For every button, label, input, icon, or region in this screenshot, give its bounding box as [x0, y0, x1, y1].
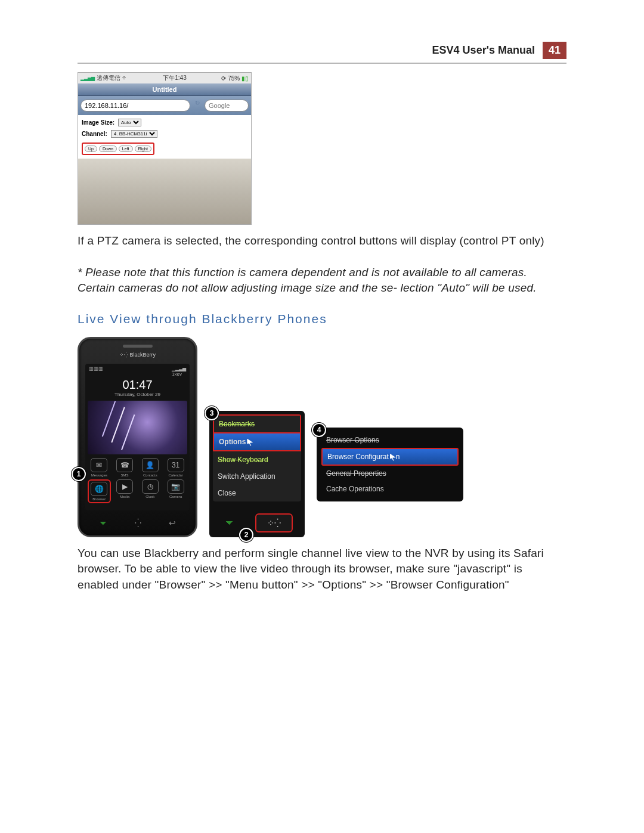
ptz-controls-highlight: Up Down Left Right: [82, 143, 154, 155]
bb-date: Thursday, October 29: [85, 392, 190, 397]
callout-1: 1: [72, 467, 86, 481]
menu-bookmarks[interactable]: Bookmarks: [213, 414, 301, 432]
paragraph-note: * Please note that this function is came…: [78, 265, 566, 296]
blackberry-menu-screenshot: 3 Bookmarks Options Show Keyboard Switch…: [209, 411, 305, 537]
app-camera[interactable]: 📷Camera: [164, 479, 187, 503]
cursor-icon: [247, 439, 253, 446]
menu-close[interactable]: Close: [213, 485, 301, 501]
header-divider: [78, 63, 566, 64]
menu-show-keyboard[interactable]: Show Keyboard: [213, 451, 301, 468]
calendar-icon: 31: [168, 458, 184, 472]
ptz-down-button[interactable]: Down: [99, 145, 117, 152]
camera-icon: 📷: [168, 479, 184, 494]
image-size-label: Image Size:: [82, 119, 114, 126]
channel-select[interactable]: 4. BB-HCM311i: [111, 130, 157, 138]
blackberry-options-screenshot: 4 Browser Options Browser Configuratn Ge…: [317, 428, 463, 501]
ptz-left-button[interactable]: Left: [119, 145, 133, 152]
bb-status-bar: ▥▥▥ ▁▂▃▅1xev: [85, 364, 190, 379]
bb-signal-icon: ▁▂▃▅1xev: [172, 366, 186, 377]
envelope-icon: ✉: [91, 458, 107, 472]
document-page: ESV4 User's Manual 41 ▂▃▅▆ 遠傳電信 ᯤ 下午1:43…: [78, 0, 566, 721]
iphone-screenshot: ▂▃▅▆ 遠傳電信 ᯤ 下午1:43 ⟳ 75% ▮▯ Untitled ↻ I…: [78, 72, 252, 225]
earpiece-icon: [123, 345, 153, 348]
clock-label: 下午1:43: [163, 74, 186, 82]
opt-cache-operations[interactable]: Cache Operations: [321, 481, 459, 497]
paragraph-ptz: If a PTZ camera is selected, the corresp…: [78, 233, 566, 249]
camera-controls: Image Size: Auto Channel: 4. BB-HCM311i …: [78, 115, 251, 159]
refresh-icon: ⟳: [221, 75, 226, 82]
browser-icon: 🌐: [91, 482, 107, 496]
bb-nav-keys: ⏷ ⁛ ↩: [85, 515, 190, 531]
callout-4: 4: [312, 423, 326, 437]
opt-browser-options[interactable]: Browser Options: [321, 432, 459, 448]
opt-browser-configuration-highlight[interactable]: Browser Configuratn: [321, 448, 459, 466]
bb-app-grid: ✉Messages ☎SMS 👤Contacts 31Calendar 🌐Bro…: [85, 454, 190, 504]
clock-icon: ◷: [142, 479, 159, 494]
battery-icon: ▮▯: [242, 75, 249, 82]
app-contacts[interactable]: 👤Contacts: [139, 458, 162, 477]
blackberry-screenshots-row: ⁘⁛ BlackBerry ▥▥▥ ▁▂▃▅1xev 01:47 Thursda…: [78, 337, 566, 537]
battery-label: 75%: [228, 75, 240, 82]
section-heading-blackberry: Live View through Blackberry Phones: [78, 312, 566, 326]
reload-icon[interactable]: ↻: [193, 100, 202, 112]
channel-label: Channel:: [82, 131, 107, 137]
callout-3: 3: [205, 406, 219, 420]
blackberry-logo: ⁘⁛ BlackBerry: [79, 352, 196, 358]
menu-key-highlight[interactable]: ⁘⁛: [255, 513, 293, 532]
contacts-icon: 👤: [142, 458, 159, 472]
app-browser-highlight[interactable]: 🌐Browser: [88, 479, 111, 503]
bb-battery-icon: ▥▥▥: [89, 366, 103, 377]
paragraph-blackberry: You can use Blackberry and perform singl…: [78, 546, 566, 593]
ptz-up-button[interactable]: Up: [85, 145, 97, 152]
app-clock[interactable]: ◷Clock: [139, 479, 162, 503]
wifi-icon: ᯤ: [122, 75, 128, 81]
camera-live-view: [78, 159, 251, 224]
back-key-icon[interactable]: ↩: [169, 518, 176, 528]
browser-tab-title: Untitled: [78, 83, 251, 96]
app-media[interactable]: ▶Media: [113, 479, 137, 503]
menu-options-highlight[interactable]: Options: [213, 432, 301, 451]
iphone-status-bar: ▂▃▅▆ 遠傳電信 ᯤ 下午1:43 ⟳ 75% ▮▯: [78, 73, 251, 83]
call-key-icon[interactable]: ⏷: [221, 514, 238, 532]
image-size-select[interactable]: Auto: [118, 119, 141, 126]
phone-icon: ☎: [116, 458, 133, 472]
app-sms[interactable]: ☎SMS: [113, 458, 137, 477]
signal-icon: ▂▃▅▆: [80, 76, 95, 81]
ptz-right-button[interactable]: Right: [135, 145, 151, 152]
blackberry-phone-screenshot: ⁘⁛ BlackBerry ▥▥▥ ▁▂▃▅1xev 01:47 Thursda…: [78, 337, 197, 537]
app-messages[interactable]: ✉Messages: [88, 458, 111, 477]
menu-switch-application[interactable]: Switch Application: [213, 468, 301, 485]
menu-key-icon[interactable]: ⁛: [135, 518, 141, 528]
browser-address-bar: ↻: [78, 96, 251, 115]
call-key-icon[interactable]: ⏷: [99, 518, 107, 528]
url-input[interactable]: [80, 100, 190, 112]
media-icon: ▶: [116, 479, 133, 494]
carrier-label: 遠傳電信: [97, 75, 120, 81]
bb-wallpaper: [88, 401, 187, 454]
manual-title: ESV4 User's Manual: [432, 44, 535, 56]
page-number: 41: [543, 42, 566, 59]
app-calendar[interactable]: 31Calendar: [164, 458, 187, 477]
bb-clock: 01:47: [85, 378, 190, 392]
cursor-icon: [390, 454, 396, 461]
opt-general-properties[interactable]: General Properties: [321, 466, 459, 481]
callout-2: 2: [239, 528, 253, 542]
search-input[interactable]: [205, 100, 249, 112]
page-header: ESV4 User's Manual 41: [78, 42, 566, 59]
